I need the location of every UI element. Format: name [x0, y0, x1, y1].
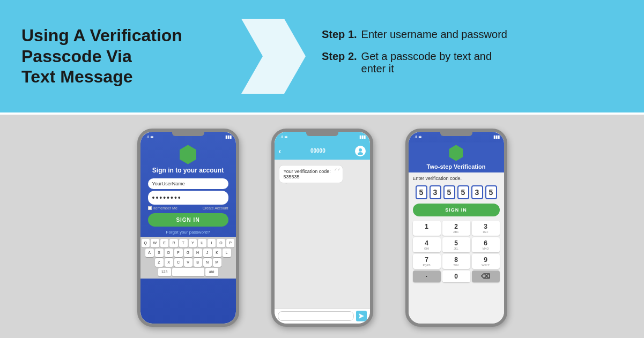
header-section: Using A Verification Passcode Via Text M…: [0, 0, 644, 112]
key-x[interactable]: X: [165, 258, 173, 267]
keyboard-row-3: Z X C V B N M: [142, 258, 235, 267]
code-box-3[interactable]: 5: [443, 185, 455, 199]
header-title-block: Using A Verification Passcode Via Text M…: [21, 25, 225, 87]
phone1-signin-title: Sign in to your account: [140, 167, 236, 174]
numpad-7[interactable]: 7PQRS: [413, 254, 441, 269]
key-space[interactable]: [172, 268, 204, 276]
key-c[interactable]: C: [174, 258, 183, 267]
key-d[interactable]: D: [165, 249, 173, 257]
svg-point-1: [359, 148, 362, 152]
svg-marker-0: [241, 19, 306, 94]
phone1-status-bar: ..il ≑ ▮▮▮: [140, 132, 236, 142]
key-r[interactable]: R: [169, 239, 178, 247]
key-i[interactable]: I: [208, 239, 216, 247]
phone1-signin-button[interactable]: SIGN IN: [148, 213, 228, 227]
phone2-status-bar: ..il ≑ ▮▮▮: [275, 132, 370, 142]
key-l[interactable]: L: [223, 249, 231, 257]
key-m[interactable]: M: [213, 258, 221, 267]
phone3-signin-button[interactable]: SIGN IN: [413, 204, 500, 216]
key-v[interactable]: V: [184, 258, 193, 267]
phone3-logo: [409, 145, 504, 161]
svg-point-2: [358, 152, 363, 155]
key-w[interactable]: W: [151, 239, 159, 247]
key-o[interactable]: O: [217, 239, 225, 247]
key-t[interactable]: T: [179, 239, 188, 247]
keyboard-row-2: A S D F G H J K L: [142, 249, 235, 257]
arrow-icon: [241, 19, 306, 94]
phone2-message-input[interactable]: [278, 311, 354, 321]
phone3-status-bar: ..il ≑ ▮▮▮: [409, 132, 504, 142]
main-title: Using A Verification Passcode Via Text M…: [21, 25, 225, 87]
numpad-2[interactable]: 2ABC: [442, 221, 470, 236]
key-z[interactable]: Z: [155, 258, 164, 267]
numpad-5[interactable]: 5JKL: [442, 237, 470, 252]
step2-label: Step 2.: [322, 50, 357, 75]
numpad-9[interactable]: 9WXYZ: [472, 254, 500, 269]
key-e[interactable]: E: [160, 239, 169, 247]
steps-block: Step 1. Enter username and password Step…: [322, 28, 623, 85]
phone1-options: Remember Me Create Account: [148, 206, 228, 210]
numpad-8[interactable]: 8TUV: [442, 254, 470, 269]
send-icon[interactable]: [356, 311, 367, 321]
phone2-contact-number: 00000: [284, 148, 351, 154]
step1-text: Enter username and password: [361, 28, 507, 41]
code-box-4[interactable]: 5: [457, 185, 469, 199]
code-box-2[interactable]: 3: [430, 185, 441, 199]
step2-text: Get a passcode by text andenter it: [361, 50, 492, 75]
numpad-1[interactable]: 1: [413, 221, 441, 236]
key-b[interactable]: B: [194, 258, 202, 267]
phone1-forgot-password[interactable]: Forgot your password?: [140, 230, 236, 235]
phone2-header: ‹ 00000: [275, 142, 370, 160]
phone2-mockup: ..il ≑ ▮▮▮ ‹ 00000 Your verification cod…: [271, 129, 373, 327]
key-hash[interactable]: /##: [205, 268, 218, 276]
hexagon-logo: [179, 145, 198, 164]
message-checkmark: ✓✓: [334, 168, 340, 172]
key-q[interactable]: Q: [142, 239, 150, 247]
verification-message: Your verification code:535535: [284, 169, 331, 179]
create-account-link[interactable]: Create Account: [203, 206, 228, 210]
numpad-3[interactable]: 3DEF: [472, 221, 500, 236]
phone2-message-area: Your verification code:535535 ✓✓: [275, 160, 370, 309]
verify-label: Enter verification code.: [413, 176, 500, 181]
code-box-5[interactable]: 3: [471, 185, 483, 199]
phone1-mockup: ..il ≑ ▮▮▮ Sign in to your account YourU…: [137, 129, 239, 327]
numpad-backspace[interactable]: ⌫: [472, 271, 500, 282]
key-h[interactable]: H: [194, 249, 202, 257]
key-s[interactable]: S: [155, 249, 164, 257]
key-123[interactable]: 123: [158, 268, 171, 276]
back-icon[interactable]: ‹: [279, 147, 282, 155]
key-g[interactable]: G: [184, 249, 193, 257]
step2: Step 2. Get a passcode by text andenter …: [322, 50, 623, 75]
key-u[interactable]: U: [198, 239, 206, 247]
phone2-screen: ..il ≑ ▮▮▮ ‹ 00000 Your verification cod…: [275, 132, 370, 324]
avatar-icon: [357, 147, 364, 155]
numpad: 1 2ABC 3DEF 4GHI 5JKL 6MNO 7PQRS 8TUV 9W…: [413, 221, 500, 282]
phone1-logo: [140, 145, 236, 164]
phone1-username-field[interactable]: YourUserName: [148, 178, 228, 189]
phone1-password-field[interactable]: ••••••••: [148, 191, 228, 205]
key-f[interactable]: F: [174, 249, 183, 257]
filter-icon: [358, 313, 365, 319]
code-box-1[interactable]: 5: [416, 185, 427, 199]
phone1-screen: ..il ≑ ▮▮▮ Sign in to your account YourU…: [140, 132, 236, 324]
svg-marker-3: [359, 313, 364, 319]
key-n[interactable]: N: [203, 258, 212, 267]
key-y[interactable]: Y: [189, 239, 197, 247]
phone2-avatar: [355, 146, 366, 156]
numpad-0[interactable]: 0: [442, 271, 470, 282]
key-a[interactable]: A: [145, 249, 154, 257]
numpad-dot[interactable]: ·: [413, 271, 441, 282]
key-p[interactable]: P: [226, 239, 235, 247]
key-k[interactable]: K: [213, 249, 221, 257]
code-box-6[interactable]: 5: [485, 185, 497, 199]
phone3-mockup: ..il ≑ ▮▮▮ Two-step Verification Enter v…: [405, 129, 507, 327]
step1-label: Step 1.: [322, 28, 357, 41]
phone3-header: Two-step Verification: [409, 142, 504, 172]
phone2-input-bar: [275, 309, 370, 324]
key-j[interactable]: J: [203, 249, 212, 257]
numpad-6[interactable]: 6MNO: [472, 237, 500, 252]
phone3-title: Two-step Verification: [409, 163, 504, 170]
numpad-4[interactable]: 4GHI: [413, 237, 441, 252]
remember-me-checkbox[interactable]: Remember Me: [148, 206, 177, 210]
phone1-keyboard: Q W E R T Y U I O P A S D F G H: [140, 237, 236, 279]
